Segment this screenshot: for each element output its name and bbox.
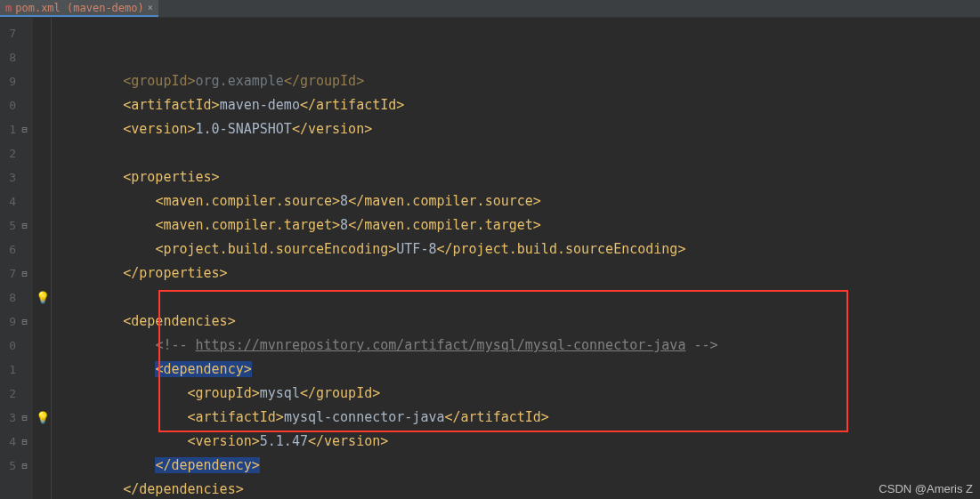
gutter-cell bbox=[34, 262, 51, 286]
fold-handle[interactable] bbox=[16, 382, 33, 406]
fold-handle[interactable] bbox=[16, 93, 33, 117]
fold-handle[interactable] bbox=[16, 358, 33, 382]
gutter-cell bbox=[34, 237, 51, 262]
line-number: 9 bbox=[0, 69, 16, 93]
fold-handle[interactable]: ⊟ bbox=[16, 454, 33, 478]
line-number: 0 bbox=[0, 93, 16, 117]
line-number: 1 bbox=[0, 358, 16, 382]
line-number-gutter: 7890123456789012345 bbox=[0, 18, 16, 499]
fold-gutter[interactable]: ⊟⊟⊟⊟⊟⊟⊟ bbox=[16, 18, 34, 499]
code-line[interactable]: <artifactId>maven-demo</artifactId> bbox=[59, 93, 980, 117]
gutter-cell: 💡 bbox=[34, 286, 51, 310]
gutter-cell bbox=[34, 165, 51, 189]
fold-handle[interactable] bbox=[16, 286, 33, 310]
gutter-cell bbox=[34, 358, 51, 382]
code-line[interactable]: <dependency> bbox=[59, 358, 980, 382]
fold-handle[interactable] bbox=[16, 21, 33, 45]
code-line[interactable]: <version>5.1.47</version> bbox=[59, 430, 980, 454]
editor-tab[interactable]: m pom.xml (maven-demo) × bbox=[0, 0, 158, 17]
code-line[interactable]: <version>1.0-SNAPSHOT</version> bbox=[59, 117, 980, 141]
fold-handle[interactable]: ⊟ bbox=[16, 117, 33, 141]
tab-label: pom.xml (maven-demo) bbox=[15, 2, 144, 14]
code-line[interactable]: <artifactId>mysql-connector-java</artifa… bbox=[59, 406, 980, 430]
line-number: 8 bbox=[0, 45, 16, 69]
line-number: 1 bbox=[0, 117, 16, 141]
line-number: 5 bbox=[0, 454, 16, 478]
fold-handle[interactable] bbox=[16, 189, 33, 213]
gutter-cell bbox=[34, 430, 51, 454]
line-number: 7 bbox=[0, 262, 16, 286]
line-number: 8 bbox=[0, 286, 16, 310]
gutter-cell bbox=[34, 382, 51, 406]
code-line[interactable]: <project.build.sourceEncoding>UTF-8</pro… bbox=[59, 237, 980, 262]
gutter-cell bbox=[34, 141, 51, 165]
line-number: 0 bbox=[0, 334, 16, 358]
gutter-cell bbox=[34, 69, 51, 93]
fold-handle[interactable]: ⊟ bbox=[16, 430, 33, 454]
code-editor[interactable]: <groupId>org.example</groupId> <artifact… bbox=[52, 18, 980, 499]
code-line[interactable]: </dependencies> bbox=[59, 478, 980, 499]
code-line[interactable] bbox=[59, 286, 980, 310]
code-line[interactable]: <!-- https://mvnrepository.com/artifact/… bbox=[59, 334, 980, 358]
fold-handle[interactable] bbox=[16, 69, 33, 93]
maven-file-icon: m bbox=[5, 2, 12, 14]
fold-handle[interactable]: ⊟ bbox=[16, 310, 33, 334]
watermark-text: CSDN @Ameris Z bbox=[879, 482, 973, 495]
gutter-cell: 💡 bbox=[34, 406, 51, 430]
gutter-cell bbox=[34, 93, 51, 117]
code-line[interactable] bbox=[59, 141, 980, 165]
fold-handle[interactable] bbox=[16, 237, 33, 262]
editor-container: 7890123456789012345 ⊟⊟⊟⊟⊟⊟⊟ 💡💡 <groupId>… bbox=[0, 18, 980, 499]
code-line[interactable]: <groupId>mysql</groupId> bbox=[59, 382, 980, 406]
gutter-cell bbox=[34, 45, 51, 69]
code-line[interactable]: <groupId>org.example</groupId> bbox=[59, 69, 980, 93]
line-number: 3 bbox=[0, 406, 16, 430]
line-number: 7 bbox=[0, 21, 16, 45]
line-number: 2 bbox=[0, 141, 16, 165]
fold-handle[interactable]: ⊟ bbox=[16, 406, 33, 430]
line-number: 6 bbox=[0, 237, 16, 262]
code-line[interactable]: </properties> bbox=[59, 262, 980, 286]
code-line[interactable]: <dependencies> bbox=[59, 310, 980, 334]
fold-handle[interactable] bbox=[16, 45, 33, 69]
gutter-cell bbox=[34, 454, 51, 478]
line-number: 9 bbox=[0, 310, 16, 334]
line-number: 4 bbox=[0, 430, 16, 454]
fold-handle[interactable]: ⊟ bbox=[16, 213, 33, 237]
line-number: 5 bbox=[0, 213, 16, 237]
gutter-cell bbox=[34, 213, 51, 237]
fold-handle[interactable] bbox=[16, 165, 33, 189]
gutter-cell bbox=[34, 189, 51, 213]
close-icon[interactable]: × bbox=[148, 3, 153, 12]
intention-bulb-icon[interactable]: 💡 bbox=[36, 291, 50, 304]
line-number: 4 bbox=[0, 189, 16, 213]
gutter-cell bbox=[34, 21, 51, 45]
fold-handle[interactable] bbox=[16, 141, 33, 165]
line-number: 2 bbox=[0, 382, 16, 406]
tab-bar: m pom.xml (maven-demo) × bbox=[0, 0, 980, 18]
code-line[interactable]: <maven.compiler.target>8</maven.compiler… bbox=[59, 213, 980, 237]
fold-handle[interactable] bbox=[16, 334, 33, 358]
intention-bulb-icon[interactable]: 💡 bbox=[36, 411, 50, 424]
code-line[interactable]: </dependency> bbox=[59, 454, 980, 478]
code-line[interactable]: <properties> bbox=[59, 165, 980, 189]
gutter-cell bbox=[34, 310, 51, 334]
fold-handle[interactable]: ⊟ bbox=[16, 262, 33, 286]
gutter-cell bbox=[34, 117, 51, 141]
code-line[interactable]: <maven.compiler.source>8</maven.compiler… bbox=[59, 189, 980, 213]
indent-icon-gutter: 💡💡 bbox=[34, 18, 52, 499]
line-number: 3 bbox=[0, 165, 16, 189]
gutter-cell bbox=[34, 334, 51, 358]
